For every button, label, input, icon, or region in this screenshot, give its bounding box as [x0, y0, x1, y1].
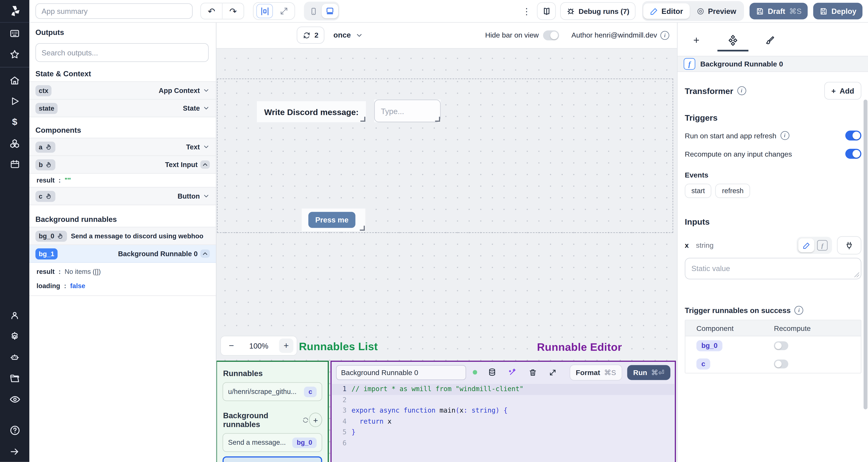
expand-editor-icon[interactable]: [546, 365, 560, 380]
diamonds-icon: [727, 35, 738, 46]
resize-handle[interactable]: [435, 117, 440, 122]
collapse-arrow-icon[interactable]: [0, 441, 29, 462]
output-row-bg1[interactable]: bg_1 Background Runnable 0: [29, 245, 216, 263]
more-menu-button[interactable]: ⋮: [520, 6, 533, 16]
refresh-count-button[interactable]: 2: [297, 27, 324, 43]
static-value-input[interactable]: Static value: [685, 258, 861, 279]
draft-button[interactable]: Draft ⌘S: [749, 3, 808, 20]
zoom-control: − 100% +: [220, 336, 298, 356]
chevron-down-icon[interactable]: [203, 87, 210, 94]
docs-book-button[interactable]: [537, 2, 556, 20]
chevron-down-icon[interactable]: [203, 143, 210, 151]
debug-runs-button[interactable]: Debug runs (7): [560, 2, 636, 20]
output-row-c[interactable]: c Button: [29, 187, 216, 205]
right-panel-tabs: +: [678, 22, 868, 51]
windmill-logo[interactable]: [0, 0, 29, 23]
chevron-down-icon[interactable]: [203, 105, 210, 112]
info-icon[interactable]: i: [795, 306, 803, 315]
run-on-start-toggle[interactable]: [845, 131, 861, 140]
ai-wand-icon[interactable]: [506, 365, 519, 380]
code-editor[interactable]: 1 // import * as wmill from "windmill-cl…: [332, 384, 675, 462]
output-row-ctx[interactable]: ctx App Context: [29, 81, 216, 100]
fullscreen-expand-button[interactable]: [276, 4, 292, 18]
interval-select[interactable]: once: [333, 31, 363, 39]
recompute-toggle[interactable]: [845, 149, 861, 159]
output-row-a[interactable]: a Text: [29, 138, 216, 156]
settings-diamond-tab[interactable]: [726, 34, 740, 47]
favorites-star-icon[interactable]: [0, 44, 29, 65]
output-row-bg0[interactable]: bg_0 Send a message to discord using web…: [29, 227, 216, 245]
delete-trash-icon[interactable]: [526, 365, 539, 380]
user-icon[interactable]: [0, 305, 29, 326]
bg0-pill[interactable]: bg_0: [696, 340, 722, 351]
center-align-button[interactable]: [256, 4, 273, 18]
chevron-up-icon[interactable]: [200, 250, 210, 258]
info-icon[interactable]: i: [780, 131, 789, 140]
tab-preview[interactable]: Preview: [690, 3, 743, 19]
state-context-title: State & Context: [29, 67, 216, 81]
variables-dollar-icon[interactable]: $: [0, 112, 29, 133]
button-component[interactable]: Press me: [302, 209, 366, 231]
add-transformer-button[interactable]: + Add: [824, 82, 861, 100]
settings-gear-icon[interactable]: [0, 326, 29, 347]
format-button[interactable]: Format ⌘S: [569, 364, 622, 380]
text-component[interactable]: Write Discord message:: [257, 101, 366, 122]
canvas-grid[interactable]: Write Discord message: Type... Press me …: [216, 48, 677, 462]
runnable-item-bg0[interactable]: Send a message... bg_0: [223, 433, 322, 452]
folders-icon[interactable]: [0, 368, 29, 389]
insert-component-tab[interactable]: +: [690, 34, 703, 47]
output-row-state[interactable]: state State: [29, 100, 216, 117]
runnable-name-input[interactable]: [336, 365, 466, 380]
apps-icon[interactable]: [0, 23, 29, 44]
c-recompute-toggle[interactable]: [774, 359, 788, 368]
home-icon[interactable]: [0, 70, 29, 91]
connect-plug-button[interactable]: [837, 236, 861, 254]
canvas-area: 2 once Hide bar on view Author henri@win…: [216, 22, 677, 462]
help-icon[interactable]: [0, 420, 29, 441]
deploy-button[interactable]: Deploy: [813, 3, 862, 20]
audit-eye-icon[interactable]: [0, 389, 29, 410]
runs-play-icon[interactable]: [0, 91, 29, 112]
app-summary-input[interactable]: [35, 3, 192, 19]
chevron-down-icon[interactable]: [203, 193, 210, 200]
resize-handle[interactable]: [361, 117, 366, 122]
chevron-up-icon[interactable]: [200, 160, 210, 169]
text-input-component[interactable]: Type...: [374, 100, 441, 122]
components-title: Components: [29, 117, 216, 138]
undo-button[interactable]: ↶: [201, 3, 222, 19]
static-pen-mode-button[interactable]: [798, 238, 814, 252]
resize-grip-icon[interactable]: [854, 272, 859, 277]
tab-editor[interactable]: Editor: [643, 3, 689, 19]
schedules-calendar-icon[interactable]: [0, 154, 29, 175]
zoom-in-button[interactable]: +: [279, 338, 293, 353]
runnables-list-panel: Runnables u/henri/scrape_githu... c Back…: [216, 361, 329, 462]
run-button[interactable]: Run ⌘⏎: [627, 365, 670, 380]
trigger-runnables-table: Component Recompute bg_0 c: [685, 320, 861, 373]
text-input-field[interactable]: Type...: [374, 100, 441, 122]
output-row-b[interactable]: b Text Input: [29, 156, 216, 174]
left-rail: $: [0, 0, 29, 462]
runnable-item-bg1-selected[interactable]: Background Run... bg_1: [223, 456, 322, 462]
cache-db-icon[interactable]: [486, 365, 499, 380]
press-me-button[interactable]: Press me: [308, 212, 355, 228]
redo-button[interactable]: ↷: [222, 3, 244, 19]
eval-mode-button[interactable]: f: [814, 238, 830, 252]
desktop-view-button[interactable]: [322, 4, 338, 18]
runnable-item-c[interactable]: u/henri/scrape_githu... c: [223, 382, 322, 401]
zoom-out-button[interactable]: −: [224, 338, 239, 353]
hide-bar-toggle[interactable]: [543, 30, 559, 40]
preview-icon: [696, 7, 705, 15]
resize-handle[interactable]: [360, 226, 365, 231]
add-background-runnable-button[interactable]: +: [309, 412, 322, 427]
workers-robot-icon[interactable]: [0, 347, 29, 368]
scrollbar-thumb[interactable]: [864, 100, 867, 409]
resources-cubes-icon[interactable]: [0, 133, 29, 154]
mobile-view-button[interactable]: [305, 4, 322, 18]
info-icon[interactable]: i: [737, 86, 746, 95]
theme-brush-tab[interactable]: [763, 34, 776, 47]
trigger-recompute: Recompute on any input changes: [685, 149, 861, 159]
search-outputs-input[interactable]: [35, 43, 209, 62]
info-icon[interactable]: i: [660, 31, 669, 39]
bg0-recompute-toggle[interactable]: [774, 341, 788, 350]
c-pill[interactable]: c: [696, 358, 710, 369]
